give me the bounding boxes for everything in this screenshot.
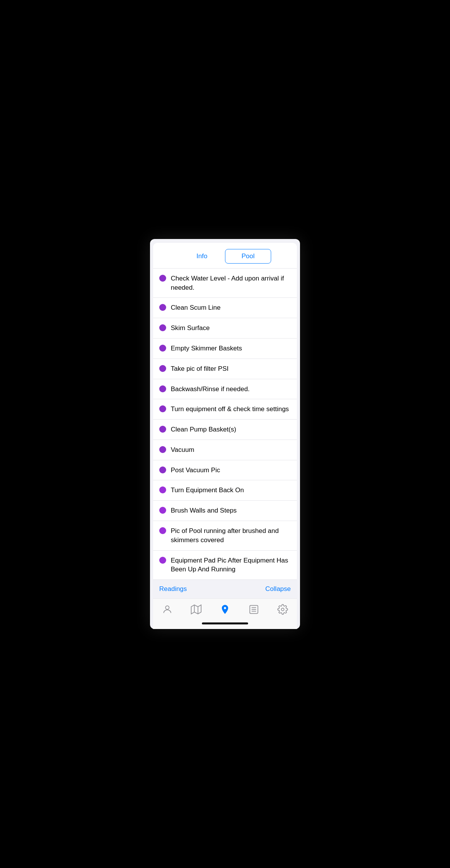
settings-nav-item[interactable] xyxy=(273,602,293,616)
profile-nav-item[interactable] xyxy=(157,602,177,616)
person-icon xyxy=(162,604,173,615)
map-icon xyxy=(191,604,202,615)
bullet-icon xyxy=(159,405,166,412)
item-text: Backwash/Rinse if needed. xyxy=(171,385,250,394)
item-text: Clean Scum Line xyxy=(171,303,220,312)
list-nav-item[interactable] xyxy=(244,602,264,616)
item-text: Equipment Pad Pic After Equipment Has Be… xyxy=(171,556,291,574)
bullet-icon xyxy=(159,507,166,514)
list-item[interactable]: Turn Equipment Back On xyxy=(153,480,297,501)
item-text: Turn Equipment Back On xyxy=(171,486,244,495)
tab-pool[interactable]: Pool xyxy=(225,249,271,264)
home-bar xyxy=(202,622,248,624)
phone-content: Info Pool Check Water Level - Add upon a… xyxy=(153,243,297,629)
bullet-icon xyxy=(159,304,166,311)
map-nav-item[interactable] xyxy=(186,602,206,616)
bullet-icon xyxy=(159,385,166,392)
list-item[interactable]: Post Vacuum Pic xyxy=(153,460,297,481)
bullet-icon xyxy=(159,324,166,331)
bullet-icon xyxy=(159,345,166,352)
list-item[interactable]: Turn equipment off & check time settings xyxy=(153,399,297,420)
bullet-icon xyxy=(159,446,166,453)
bullet-icon xyxy=(159,426,166,433)
gear-icon xyxy=(277,604,288,615)
bullet-icon xyxy=(159,527,166,534)
list-item[interactable]: Skim Surface xyxy=(153,318,297,339)
readings-title: Readings xyxy=(159,585,187,593)
collapse-button[interactable]: Collapse xyxy=(265,585,291,593)
phone-frame: Info Pool Check Water Level - Add upon a… xyxy=(150,239,300,629)
item-text: Brush Walls and Steps xyxy=(171,506,237,515)
item-text: Vacuum xyxy=(171,445,194,455)
bottom-nav xyxy=(153,598,297,619)
list-item[interactable]: Brush Walls and Steps xyxy=(153,501,297,521)
item-text: Post Vacuum Pic xyxy=(171,466,220,475)
item-text: Take pic of filter PSI xyxy=(171,364,228,373)
location-pin-icon xyxy=(220,604,230,615)
svg-point-8 xyxy=(281,608,284,611)
readings-section: Readings Collapse xyxy=(153,579,297,598)
item-text: Skim Surface xyxy=(171,324,210,333)
checklist: Check Water Level - Add upon arrival if … xyxy=(153,269,297,580)
item-text: Check Water Level - Add upon arrival if … xyxy=(171,274,291,292)
list-item[interactable]: Empty Skimmer Baskets xyxy=(153,339,297,359)
bullet-icon xyxy=(159,365,166,372)
home-indicator xyxy=(153,619,297,629)
list-item[interactable]: Clean Scum Line xyxy=(153,298,297,318)
list-item[interactable]: Take pic of filter PSI xyxy=(153,359,297,379)
list-icon xyxy=(248,604,259,615)
bullet-icon xyxy=(159,557,166,564)
item-text: Pic of Pool running after brushed and sk… xyxy=(171,526,291,545)
item-text: Empty Skimmer Baskets xyxy=(171,344,242,353)
list-item[interactable]: Vacuum xyxy=(153,440,297,460)
list-item[interactable]: Backwash/Rinse if needed. xyxy=(153,379,297,400)
location-nav-item[interactable] xyxy=(215,602,235,616)
bullet-icon xyxy=(159,275,166,282)
list-item[interactable]: Pic of Pool running after brushed and sk… xyxy=(153,521,297,551)
list-item[interactable]: Check Water Level - Add upon arrival if … xyxy=(153,269,297,298)
bullet-icon xyxy=(159,486,166,493)
item-text: Clean Pump Basket(s) xyxy=(171,425,236,434)
list-item[interactable]: Equipment Pad Pic After Equipment Has Be… xyxy=(153,551,297,580)
svg-point-0 xyxy=(166,606,169,609)
tab-info[interactable]: Info xyxy=(179,249,225,263)
svg-marker-1 xyxy=(191,605,201,614)
item-text: Turn equipment off & check time settings xyxy=(171,405,289,414)
tab-header: Info Pool xyxy=(153,243,297,269)
bullet-icon xyxy=(159,466,166,473)
list-item[interactable]: Clean Pump Basket(s) xyxy=(153,420,297,440)
